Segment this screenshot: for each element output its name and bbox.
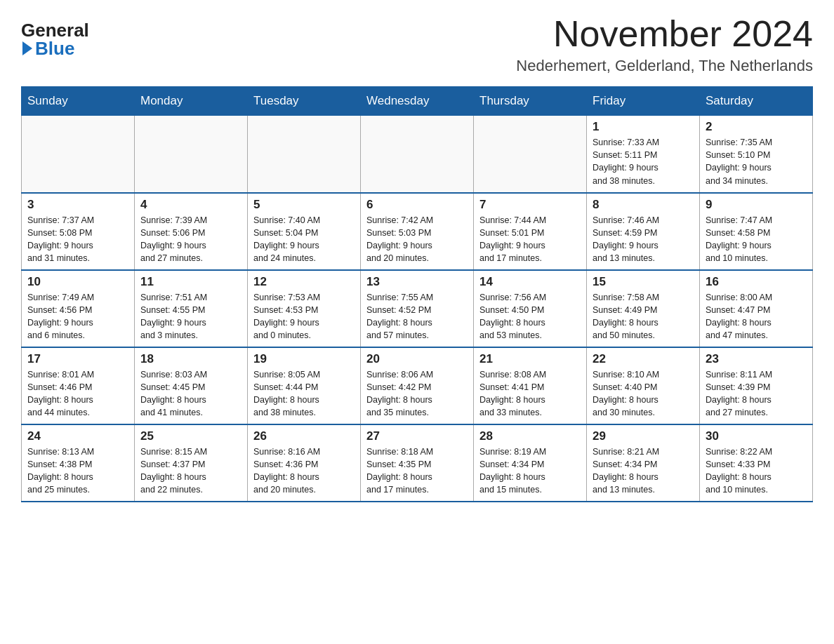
day-info: Sunrise: 8:03 AMSunset: 4:45 PMDaylight:… xyxy=(140,368,241,420)
column-header-tuesday: Tuesday xyxy=(248,87,361,116)
day-number: 3 xyxy=(27,198,128,212)
column-header-wednesday: Wednesday xyxy=(361,87,474,116)
logo-general-text: General xyxy=(21,21,89,39)
day-number: 12 xyxy=(253,275,355,289)
calendar-header-row: SundayMondayTuesdayWednesdayThursdayFrid… xyxy=(22,87,813,116)
day-info: Sunrise: 7:55 AMSunset: 4:52 PMDaylight:… xyxy=(366,291,468,342)
calendar-cell xyxy=(361,116,474,193)
day-number: 25 xyxy=(140,429,241,443)
day-info: Sunrise: 8:22 AMSunset: 4:33 PMDaylight:… xyxy=(706,445,807,497)
calendar-cell: 4Sunrise: 7:39 AMSunset: 5:06 PMDaylight… xyxy=(135,193,248,270)
column-header-monday: Monday xyxy=(135,87,248,116)
calendar-cell: 2Sunrise: 7:35 AMSunset: 5:10 PMDaylight… xyxy=(700,116,813,193)
day-info: Sunrise: 7:35 AMSunset: 5:10 PMDaylight:… xyxy=(706,136,807,187)
day-info: Sunrise: 7:56 AMSunset: 4:50 PMDaylight:… xyxy=(479,291,581,342)
day-number: 6 xyxy=(366,198,468,212)
day-number: 19 xyxy=(253,352,355,366)
calendar-cell xyxy=(135,116,248,193)
day-info: Sunrise: 7:51 AMSunset: 4:55 PMDaylight:… xyxy=(140,291,241,342)
day-info: Sunrise: 8:06 AMSunset: 4:42 PMDaylight:… xyxy=(366,368,468,420)
day-number: 13 xyxy=(366,275,468,289)
day-info: Sunrise: 7:44 AMSunset: 5:01 PMDaylight:… xyxy=(479,214,581,265)
calendar-cell: 21Sunrise: 8:08 AMSunset: 4:41 PMDayligh… xyxy=(474,347,587,424)
calendar-cell xyxy=(474,116,587,193)
day-info: Sunrise: 8:00 AMSunset: 4:47 PMDaylight:… xyxy=(706,291,807,342)
day-info: Sunrise: 8:18 AMSunset: 4:35 PMDaylight:… xyxy=(366,445,468,497)
day-number: 4 xyxy=(140,198,241,212)
day-number: 17 xyxy=(27,352,128,366)
day-number: 20 xyxy=(366,352,468,366)
day-number: 16 xyxy=(706,275,807,289)
calendar-title: November 2024 xyxy=(516,14,813,54)
column-header-saturday: Saturday xyxy=(700,87,813,116)
day-number: 18 xyxy=(140,352,241,366)
calendar-cell xyxy=(22,116,135,193)
calendar-cell: 28Sunrise: 8:19 AMSunset: 4:34 PMDayligh… xyxy=(474,424,587,502)
day-number: 14 xyxy=(479,275,581,289)
calendar-table: SundayMondayTuesdayWednesdayThursdayFrid… xyxy=(21,86,813,502)
calendar-week-1: 1Sunrise: 7:33 AMSunset: 5:11 PMDaylight… xyxy=(22,116,813,193)
calendar-cell: 7Sunrise: 7:44 AMSunset: 5:01 PMDaylight… xyxy=(474,193,587,270)
logo: General Blue xyxy=(21,21,89,58)
day-number: 1 xyxy=(593,120,694,134)
day-number: 10 xyxy=(27,275,128,289)
day-info: Sunrise: 7:39 AMSunset: 5:06 PMDaylight:… xyxy=(140,214,241,265)
day-info: Sunrise: 7:40 AMSunset: 5:04 PMDaylight:… xyxy=(253,214,355,265)
calendar-cell: 26Sunrise: 8:16 AMSunset: 4:36 PMDayligh… xyxy=(248,424,361,502)
day-number: 8 xyxy=(593,198,694,212)
day-number: 30 xyxy=(706,429,807,443)
calendar-cell: 10Sunrise: 7:49 AMSunset: 4:56 PMDayligh… xyxy=(22,270,135,347)
calendar-cell: 9Sunrise: 7:47 AMSunset: 4:58 PMDaylight… xyxy=(700,193,813,270)
calendar-cell: 13Sunrise: 7:55 AMSunset: 4:52 PMDayligh… xyxy=(361,270,474,347)
column-header-sunday: Sunday xyxy=(22,87,135,116)
calendar-cell: 1Sunrise: 7:33 AMSunset: 5:11 PMDaylight… xyxy=(587,116,700,193)
logo-blue-text: Blue xyxy=(21,39,74,58)
calendar-cell: 23Sunrise: 8:11 AMSunset: 4:39 PMDayligh… xyxy=(700,347,813,424)
calendar-cell: 24Sunrise: 8:13 AMSunset: 4:38 PMDayligh… xyxy=(22,424,135,502)
calendar-cell: 17Sunrise: 8:01 AMSunset: 4:46 PMDayligh… xyxy=(22,347,135,424)
day-number: 7 xyxy=(479,198,581,212)
column-header-friday: Friday xyxy=(587,87,700,116)
day-info: Sunrise: 8:13 AMSunset: 4:38 PMDaylight:… xyxy=(27,445,128,497)
page-header: General Blue November 2024 Nederhemert, … xyxy=(21,14,813,75)
day-number: 11 xyxy=(140,275,241,289)
calendar-cell: 29Sunrise: 8:21 AMSunset: 4:34 PMDayligh… xyxy=(587,424,700,502)
day-number: 2 xyxy=(706,120,807,134)
calendar-cell: 12Sunrise: 7:53 AMSunset: 4:53 PMDayligh… xyxy=(248,270,361,347)
day-number: 29 xyxy=(593,429,694,443)
calendar-cell xyxy=(248,116,361,193)
title-section: November 2024 Nederhemert, Gelderland, T… xyxy=(516,14,813,75)
day-number: 26 xyxy=(253,429,355,443)
day-info: Sunrise: 7:46 AMSunset: 4:59 PMDaylight:… xyxy=(593,214,694,265)
day-info: Sunrise: 8:10 AMSunset: 4:40 PMDaylight:… xyxy=(593,368,694,420)
calendar-cell: 25Sunrise: 8:15 AMSunset: 4:37 PMDayligh… xyxy=(135,424,248,502)
day-info: Sunrise: 8:11 AMSunset: 4:39 PMDaylight:… xyxy=(706,368,807,420)
calendar-cell: 27Sunrise: 8:18 AMSunset: 4:35 PMDayligh… xyxy=(361,424,474,502)
day-info: Sunrise: 8:15 AMSunset: 4:37 PMDaylight:… xyxy=(140,445,241,497)
calendar-cell: 14Sunrise: 7:56 AMSunset: 4:50 PMDayligh… xyxy=(474,270,587,347)
calendar-cell: 11Sunrise: 7:51 AMSunset: 4:55 PMDayligh… xyxy=(135,270,248,347)
day-number: 28 xyxy=(479,429,581,443)
day-number: 5 xyxy=(253,198,355,212)
day-number: 15 xyxy=(593,275,694,289)
calendar-cell: 5Sunrise: 7:40 AMSunset: 5:04 PMDaylight… xyxy=(248,193,361,270)
day-info: Sunrise: 8:16 AMSunset: 4:36 PMDaylight:… xyxy=(253,445,355,497)
location-subtitle: Nederhemert, Gelderland, The Netherlands xyxy=(516,57,813,75)
day-number: 27 xyxy=(366,429,468,443)
day-info: Sunrise: 8:01 AMSunset: 4:46 PMDaylight:… xyxy=(27,368,128,420)
day-info: Sunrise: 7:33 AMSunset: 5:11 PMDaylight:… xyxy=(593,136,694,187)
logo-triangle-icon xyxy=(22,41,32,55)
day-number: 22 xyxy=(593,352,694,366)
column-header-thursday: Thursday xyxy=(474,87,587,116)
calendar-week-2: 3Sunrise: 7:37 AMSunset: 5:08 PMDaylight… xyxy=(22,193,813,270)
day-number: 24 xyxy=(27,429,128,443)
day-number: 9 xyxy=(706,198,807,212)
calendar-cell: 6Sunrise: 7:42 AMSunset: 5:03 PMDaylight… xyxy=(361,193,474,270)
calendar-cell: 30Sunrise: 8:22 AMSunset: 4:33 PMDayligh… xyxy=(700,424,813,502)
calendar-week-5: 24Sunrise: 8:13 AMSunset: 4:38 PMDayligh… xyxy=(22,424,813,502)
day-info: Sunrise: 7:58 AMSunset: 4:49 PMDaylight:… xyxy=(593,291,694,342)
day-info: Sunrise: 7:37 AMSunset: 5:08 PMDaylight:… xyxy=(27,214,128,265)
calendar-cell: 15Sunrise: 7:58 AMSunset: 4:49 PMDayligh… xyxy=(587,270,700,347)
calendar-cell: 8Sunrise: 7:46 AMSunset: 4:59 PMDaylight… xyxy=(587,193,700,270)
day-info: Sunrise: 7:42 AMSunset: 5:03 PMDaylight:… xyxy=(366,214,468,265)
